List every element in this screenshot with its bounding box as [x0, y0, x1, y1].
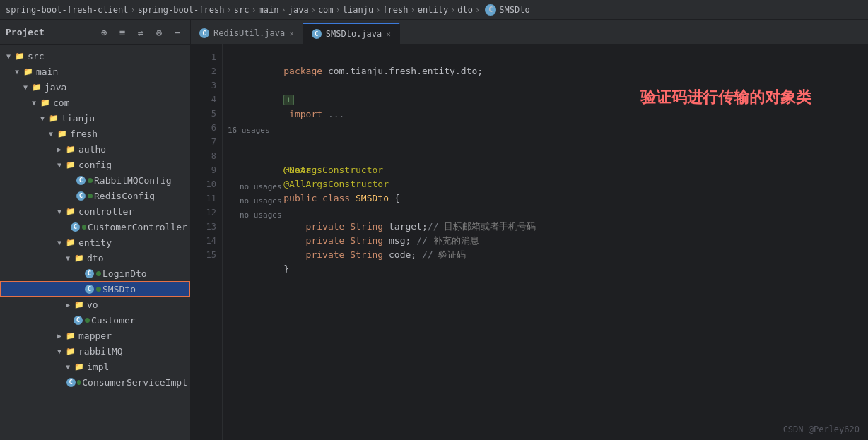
minus-icon[interactable]: −	[170, 25, 184, 40]
tree-label: LoginDto	[102, 268, 147, 279]
tree-arrow: ▼	[62, 252, 74, 263]
code-line-13: no usages private String code; // 验证码	[228, 220, 868, 234]
tree-arrow: ▶	[62, 299, 74, 310]
badge-icon	[96, 271, 101, 276]
tree-arrow: ▼	[54, 206, 65, 217]
breadcrumb-item[interactable]: src	[234, 5, 250, 15]
tree-item-rabbitmqconfig[interactable]: ▶ C RabbitMQConfig	[0, 172, 190, 188]
tree-label: rabbitMQ	[78, 346, 123, 357]
breadcrumb-item[interactable]: spring-boot-fresh-client	[6, 5, 128, 15]
tree-item-vo[interactable]: ▶ 📁 vo	[0, 297, 190, 312]
code-line-6	[228, 121, 868, 135]
breadcrumb-item[interactable]: com	[318, 5, 334, 15]
code-editor[interactable]: 1 2 3 4 5 6 7 8 9 10 11 12 13 14 15 pack…	[191, 44, 868, 440]
tree-label: java	[45, 82, 66, 93]
folder-icon: 📁	[65, 237, 76, 248]
tree-label: com	[53, 97, 69, 108]
breadcrumb-item[interactable]: main	[259, 5, 279, 15]
tree-arrow: ▼	[45, 128, 57, 139]
breadcrumb-item[interactable]: dto	[457, 5, 473, 15]
code-line-4	[228, 93, 868, 107]
list-icon[interactable]: ≡	[115, 25, 129, 40]
folder-icon: 📁	[48, 112, 59, 124]
tree-item-controller[interactable]: ▼ 📁 controller	[0, 203, 190, 219]
breadcrumb-item[interactable]: fresh	[382, 5, 408, 15]
tree-label: config	[78, 160, 112, 170]
code-line-8: @NoArgsConstructor	[228, 149, 868, 163]
breadcrumb-item[interactable]: entity	[418, 5, 448, 15]
tree-item-config[interactable]: ▼ 📁 config	[0, 157, 190, 172]
tree-label: impl	[87, 362, 109, 372]
editor-area: C RedisUtil.java ✕ C SMSDto.java ✕ 1 2 3…	[191, 20, 868, 440]
tree-item-java[interactable]: ▼ 📁 java	[0, 79, 190, 95]
tree-item-tianju[interactable]: ▼ 📁 tianju	[0, 110, 190, 126]
tree-item-fresh[interactable]: ▼ 📁 fresh	[0, 126, 190, 141]
tree-arrow: ▼	[28, 97, 40, 108]
tree-item-smsdto[interactable]: ▶ C SMSDto	[0, 281, 190, 297]
csdn-watermark: CSDN @Perley620	[783, 424, 860, 434]
gear-icon[interactable]: ⚙	[152, 25, 166, 40]
tree-item-consumerserviceimpl[interactable]: ▶ C ConsumerServiceImpl	[0, 374, 190, 390]
code-line-1: package com.tianju.fresh.entity.dto;	[228, 50, 868, 64]
tree-arrow: ▼	[54, 345, 65, 357]
close-tab-button[interactable]: ✕	[289, 29, 294, 38]
tree-label: fresh	[70, 129, 98, 139]
tree-item-rabbitmq[interactable]: ▼ 📁 rabbitMQ	[0, 343, 190, 359]
code-line-12: no usages private String msg; // 补充的消息	[228, 206, 868, 220]
tree-item-redisconfig[interactable]: ▶ C RedisConfig	[0, 188, 190, 203]
tree-item-impl[interactable]: ▼ 📁 impl	[0, 359, 190, 374]
folder-icon: 📁	[74, 252, 85, 263]
tree-arrow: ▼	[20, 81, 31, 93]
tree-label: ConsumerServiceImpl	[82, 377, 187, 388]
breadcrumb-item[interactable]: tianju	[343, 5, 373, 15]
tree-item-src[interactable]: ▼ 📁 src	[0, 48, 190, 64]
tree-label: autho	[78, 144, 106, 155]
tree-label: CustomerController	[88, 222, 187, 232]
globe-icon[interactable]: ⊕	[97, 25, 111, 40]
tab-icon: C	[199, 28, 209, 38]
tree-item-autho[interactable]: ▶ 📁 autho	[0, 141, 190, 157]
tab-label: SMSDto.java	[326, 29, 382, 39]
tree-item-dto[interactable]: ▼ 📁 dto	[0, 250, 190, 266]
code-content[interactable]: package com.tianju.fresh.entity.dto; + i…	[223, 44, 868, 440]
badge-icon	[77, 380, 81, 385]
tree-arrow: ▶	[54, 143, 65, 155]
code-line-7: 16 usages @Data	[228, 135, 868, 149]
badge-icon	[88, 178, 93, 183]
badge-icon	[96, 287, 101, 292]
breadcrumb-item[interactable]: SMSDto	[499, 5, 529, 15]
tree-item-com[interactable]: ▼ 📁 com	[0, 95, 190, 110]
code-line-10: public class SMSDto {	[228, 177, 868, 191]
tab-redisutil[interactable]: C RedisUtil.java ✕	[191, 23, 303, 44]
breadcrumb-item[interactable]: spring-boot-fresh	[138, 5, 225, 15]
split-icon[interactable]: ⇌	[134, 25, 148, 40]
code-line-11: no usages private String target;// 目标邮箱或…	[228, 191, 868, 206]
tree-item-main[interactable]: ▼ 📁 main	[0, 64, 190, 79]
tree-item-customercontroller[interactable]: ▶ C CustomerController	[0, 219, 190, 234]
tree-item-logindto[interactable]: ▶ C LoginDto	[0, 266, 190, 281]
close-tab-button[interactable]: ✕	[386, 30, 391, 39]
tab-smsdto[interactable]: C SMSDto.java ✕	[303, 23, 400, 44]
tree-label: RedisConfig	[94, 191, 155, 201]
breadcrumb-class-icon: C	[485, 4, 496, 16]
tree-label: vo	[87, 299, 98, 310]
code-line-2	[228, 64, 868, 78]
tree-item-entity[interactable]: ▼ 📁 entity	[0, 234, 190, 250]
tree-label: mapper	[78, 331, 112, 341]
code-line-5	[228, 107, 868, 121]
tab-bar: C RedisUtil.java ✕ C SMSDto.java ✕	[191, 20, 868, 44]
tree-item-mapper[interactable]: ▶ 📁 mapper	[0, 328, 190, 343]
breadcrumb: spring-boot-fresh-client › spring-boot-f…	[0, 0, 868, 20]
tree-item-customer[interactable]: ▶ C Customer	[0, 312, 190, 328]
breadcrumb-item[interactable]: java	[288, 5, 309, 15]
tree-label: tianju	[61, 113, 95, 124]
folder-icon: 📁	[40, 97, 51, 108]
folder-icon: 📁	[65, 330, 76, 341]
folder-icon: 📁	[14, 50, 25, 61]
badge-icon	[82, 225, 86, 230]
tree-arrow: ▼	[62, 361, 74, 372]
badge-icon	[85, 318, 90, 323]
class-icon: C	[76, 191, 86, 201]
class-icon: C	[85, 269, 94, 278]
tree-arrow: ▼	[54, 159, 65, 170]
